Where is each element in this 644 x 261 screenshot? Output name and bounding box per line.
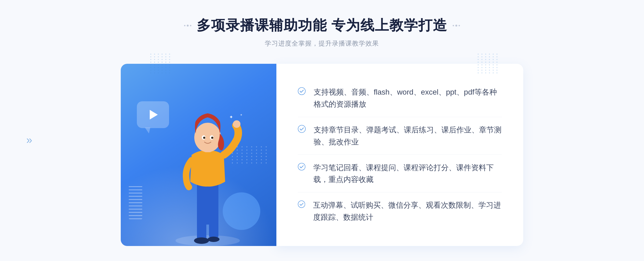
feature-item-3: 学习笔记回看、课程提问、课程评论打分、课件资料下载，重点内容收藏: [298, 155, 502, 193]
svg-point-5: [208, 237, 219, 242]
character-illustration: ✦ ✦: [162, 96, 253, 246]
svg-point-12: [211, 137, 213, 139]
feature-text-2: 支持章节目录、弹题考试、课后练习、课后作业、章节测验、批改作业: [314, 124, 502, 148]
decorator-dots-left: [184, 25, 191, 27]
svg-point-15: [298, 87, 305, 95]
feature-text-1: 支持视频、音频、flash、word、excel、ppt、pdf等各种格式的资源…: [314, 86, 502, 110]
subtitle: 学习进度全掌握，提升录播课教学效果: [184, 39, 460, 48]
page-wrapper: » 多项录播课辅助功能 专为线上教学打造 学习进度全掌握，提升录播课教学效果: [0, 0, 644, 261]
chevron-left-decoration: »: [26, 134, 32, 146]
svg-rect-3: [209, 214, 218, 238]
svg-text:✦: ✦: [240, 113, 243, 117]
decorator-dots-right: [453, 25, 460, 27]
striped-rect: [129, 184, 142, 219]
header-decorators: 多项录播课辅助功能 专为线上教学打造: [184, 16, 460, 35]
svg-rect-2: [197, 214, 206, 241]
feature-item-1: 支持视频、音频、flash、word、excel、ppt、pdf等各种格式的资源…: [298, 80, 502, 117]
dots-decoration-right: [478, 54, 494, 96]
svg-point-16: [298, 125, 305, 132]
svg-point-17: [298, 163, 305, 170]
check-icon-3: [298, 162, 305, 171]
feature-text-3: 学习笔记回看、课程提问、课程评论打分、课件资料下载，重点内容收藏: [313, 162, 502, 186]
check-icon-1: [298, 86, 306, 96]
main-title: 多项录播课辅助功能 专为线上教学打造: [197, 16, 447, 35]
content-area: ✦ ✦ 支持视频、音频、flash、word、excel、ppt、pdf等各种格…: [121, 64, 523, 246]
check-icon-4: [298, 199, 305, 209]
svg-point-6: [233, 120, 240, 128]
illustration-card: ✦ ✦: [121, 64, 276, 246]
play-icon: [150, 110, 158, 120]
dots-decoration-left: [150, 54, 166, 96]
svg-text:✦: ✦: [229, 114, 233, 120]
svg-point-4: [194, 237, 209, 244]
svg-point-11: [203, 137, 205, 139]
check-icon-2: [298, 124, 306, 134]
svg-point-8: [194, 123, 221, 152]
feature-item-2: 支持章节目录、弹题考试、课后练习、课后作业、章节测验、批改作业: [298, 118, 502, 155]
svg-point-18: [298, 201, 305, 208]
feature-item-4: 互动弹幕、试听购买、微信分享、观看次数限制、学习进度跟踪、数据统计: [298, 193, 502, 230]
header-section: 多项录播课辅助功能 专为线上教学打造 学习进度全掌握，提升录播课教学效果: [184, 16, 460, 48]
feature-text-4: 互动弹幕、试听购买、微信分享、观看次数限制、学习进度跟踪、数据统计: [313, 199, 502, 223]
